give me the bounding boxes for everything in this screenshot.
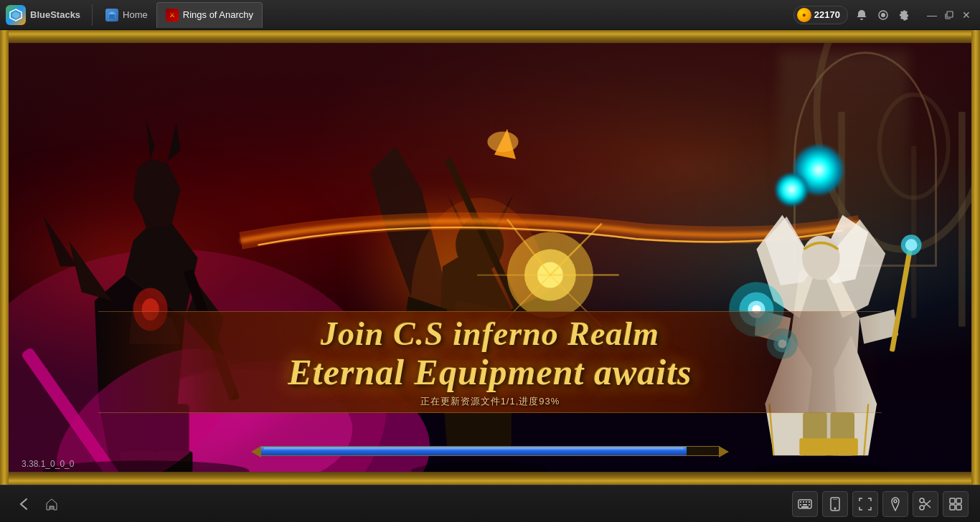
title-bar: BlueStacks Home ⚔ Rings of Anarchy ● 221… [0,0,980,30]
coin-badge[interactable]: ● 22170 [793,6,848,24]
svg-point-96 [894,500,897,503]
coin-amount: 22170 [814,9,840,20]
settings-button[interactable] [897,7,913,23]
svg-marker-21 [146,120,155,159]
back-button[interactable] [11,493,34,516]
progress-area [260,446,720,456]
restore-button[interactable] [941,7,957,23]
svg-marker-22 [168,122,181,161]
svg-rect-11 [911,146,916,318]
svg-rect-7 [947,11,953,17]
windows-button[interactable] [943,491,969,517]
energy-orb-2 [776,174,808,206]
loading-status-text: 正在更新资源文件1/1,进度93% [141,395,839,408]
window-controls: — ✕ [924,7,974,23]
svg-point-40 [487,131,518,152]
keyboard-button[interactable] [792,491,818,517]
svg-marker-19 [43,215,77,267]
bluestacks-label: BlueStacks [30,9,80,20]
tab-home[interactable]: Home [97,2,156,28]
svg-rect-95 [833,499,837,500]
home-button[interactable] [40,493,63,516]
svg-marker-1 [12,11,19,19]
svg-rect-102 [956,505,961,510]
game-splash[interactable]: Join C.S inferno Realm Eternal Equipment… [0,30,980,485]
location-button[interactable] [882,491,908,517]
bluestacks-logo[interactable]: BlueStacks [6,5,80,25]
svg-rect-72 [828,438,858,455]
svg-rect-99 [950,498,955,503]
svg-rect-87 [806,501,807,503]
scissors-button[interactable] [913,491,938,517]
splash-title-line2: Eternal Equipment awaits [141,353,839,392]
gold-frame-right [971,30,980,485]
splash-title-line1: Join C.S inferno Realm [141,316,839,353]
svg-rect-10 [958,112,966,327]
game-tab-icon: ⚔ [166,9,179,22]
svg-rect-89 [800,504,801,506]
svg-rect-90 [803,504,807,506]
record-button[interactable] [875,7,891,23]
minimize-button[interactable]: — [924,7,940,23]
svg-point-6 [881,13,885,17]
splash-banner: Join C.S inferno Realm Eternal Equipment… [98,311,882,413]
svg-point-68 [905,239,918,251]
svg-rect-85 [800,501,801,503]
main-content: Join C.S inferno Realm Eternal Equipment… [0,30,980,485]
titlebar-right-controls: ● 22170 — [793,6,974,24]
home-tab-label: Home [123,9,148,20]
fullscreen-button[interactable] [852,491,878,517]
tab-divider [92,4,93,26]
bottom-toolbar [0,485,980,522]
tab-game[interactable]: ⚔ Rings of Anarchy [156,2,263,28]
svg-rect-92 [801,506,809,508]
svg-point-97 [920,506,924,510]
portrait-mode-button[interactable] [822,491,848,517]
bluestacks-icon [6,5,26,25]
svg-rect-91 [809,504,810,506]
progress-fill [261,447,687,455]
svg-point-98 [920,498,924,503]
version-text: 3.38.1_0_0_0 [22,459,74,469]
gold-frame-top [0,30,980,43]
gold-frame-left [0,30,9,485]
svg-rect-88 [809,501,810,503]
gold-frame-bottom [0,472,980,485]
text-overlay: Join C.S inferno Realm Eternal Equipment… [0,311,980,413]
notification-button[interactable] [854,7,870,23]
home-tab-icon [105,9,118,22]
bottom-right-buttons [792,491,969,517]
svg-rect-86 [803,501,804,503]
svg-rect-3 [109,14,115,19]
svg-rect-101 [950,505,955,510]
game-tab-label: Rings of Anarchy [183,9,253,20]
svg-rect-71 [799,438,829,455]
svg-marker-20 [133,159,181,228]
svg-rect-83 [50,506,54,510]
progress-track [260,446,720,456]
close-button[interactable]: ✕ [958,7,974,23]
svg-rect-100 [956,498,961,503]
coin-icon: ● [797,8,811,22]
svg-point-94 [834,507,837,509]
